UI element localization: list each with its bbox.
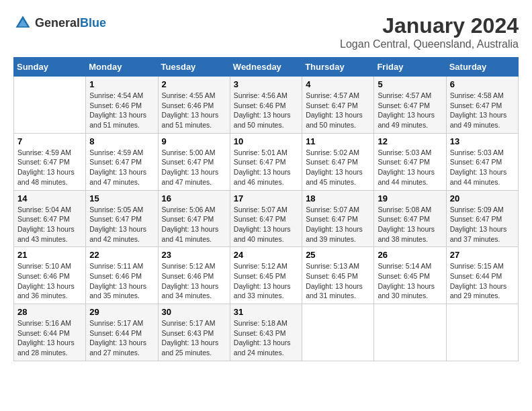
calendar-cell: 16Sunrise: 5:06 AM Sunset: 6:47 PM Dayli… <box>158 190 230 247</box>
calendar-cell <box>14 77 86 134</box>
cell-info: Sunrise: 5:09 AM Sunset: 6:47 PM Dayligh… <box>450 205 515 244</box>
header-cell-friday: Friday <box>374 58 446 77</box>
cell-info: Sunrise: 5:00 AM Sunset: 6:47 PM Dayligh… <box>162 148 226 187</box>
day-number: 29 <box>89 307 154 317</box>
day-number: 6 <box>450 79 515 89</box>
logo-icon <box>13 13 32 32</box>
calendar-cell: 22Sunrise: 5:11 AM Sunset: 6:46 PM Dayli… <box>86 247 158 304</box>
day-number: 30 <box>162 307 226 317</box>
calendar-cell: 27Sunrise: 5:15 AM Sunset: 6:44 PM Dayli… <box>446 247 518 304</box>
cell-info: Sunrise: 4:59 AM Sunset: 6:47 PM Dayligh… <box>17 148 82 187</box>
day-number: 22 <box>89 250 154 260</box>
cell-info: Sunrise: 5:15 AM Sunset: 6:44 PM Dayligh… <box>450 261 515 301</box>
day-number: 7 <box>17 136 82 146</box>
cell-info: Sunrise: 5:11 AM Sunset: 6:46 PM Dayligh… <box>89 261 154 301</box>
calendar-cell: 25Sunrise: 5:13 AM Sunset: 6:45 PM Dayli… <box>302 247 374 304</box>
day-number: 18 <box>306 193 370 203</box>
cell-info: Sunrise: 5:14 AM Sunset: 6:45 PM Dayligh… <box>378 261 442 301</box>
month-title: January 2024 <box>340 13 519 38</box>
cell-info: Sunrise: 5:05 AM Sunset: 6:47 PM Dayligh… <box>89 205 154 244</box>
day-number: 21 <box>17 250 82 260</box>
calendar-week-row: 7Sunrise: 4:59 AM Sunset: 6:47 PM Daylig… <box>14 133 519 190</box>
calendar-cell <box>374 304 446 361</box>
logo: GeneralBlue <box>13 13 106 32</box>
title-area: January 2024 Logan Central, Queensland, … <box>340 13 519 50</box>
calendar-cell: 7Sunrise: 4:59 AM Sunset: 6:47 PM Daylig… <box>14 133 86 190</box>
cell-info: Sunrise: 5:17 AM Sunset: 6:44 PM Dayligh… <box>89 318 154 358</box>
calendar-cell: 1Sunrise: 4:54 AM Sunset: 6:46 PM Daylig… <box>86 77 158 134</box>
day-number: 27 <box>450 250 515 260</box>
day-number: 15 <box>89 193 154 203</box>
day-number: 9 <box>162 136 226 146</box>
calendar-cell: 5Sunrise: 4:57 AM Sunset: 6:47 PM Daylig… <box>374 77 446 134</box>
calendar-cell: 11Sunrise: 5:02 AM Sunset: 6:47 PM Dayli… <box>302 133 374 190</box>
calendar-cell: 23Sunrise: 5:12 AM Sunset: 6:46 PM Dayli… <box>158 247 230 304</box>
cell-info: Sunrise: 4:57 AM Sunset: 6:47 PM Dayligh… <box>378 91 442 130</box>
day-number: 17 <box>234 193 298 203</box>
calendar-cell: 31Sunrise: 5:18 AM Sunset: 6:43 PM Dayli… <box>230 304 302 361</box>
day-number: 13 <box>450 136 515 146</box>
calendar-cell: 18Sunrise: 5:07 AM Sunset: 6:47 PM Dayli… <box>302 190 374 247</box>
calendar-cell: 17Sunrise: 5:07 AM Sunset: 6:47 PM Dayli… <box>230 190 302 247</box>
calendar-cell: 13Sunrise: 5:03 AM Sunset: 6:47 PM Dayli… <box>446 133 518 190</box>
calendar-cell: 14Sunrise: 5:04 AM Sunset: 6:47 PM Dayli… <box>14 190 86 247</box>
calendar-cell: 20Sunrise: 5:09 AM Sunset: 6:47 PM Dayli… <box>446 190 518 247</box>
day-number: 8 <box>89 136 154 146</box>
cell-info: Sunrise: 5:13 AM Sunset: 6:45 PM Dayligh… <box>306 261 370 301</box>
day-number: 4 <box>306 79 370 89</box>
day-number: 11 <box>306 136 370 146</box>
cell-info: Sunrise: 5:12 AM Sunset: 6:46 PM Dayligh… <box>162 261 226 301</box>
logo-general-text: General <box>35 16 80 30</box>
day-number: 25 <box>306 250 370 260</box>
calendar-week-row: 14Sunrise: 5:04 AM Sunset: 6:47 PM Dayli… <box>14 190 519 247</box>
calendar-cell <box>446 304 518 361</box>
calendar-cell: 21Sunrise: 5:10 AM Sunset: 6:46 PM Dayli… <box>14 247 86 304</box>
cell-info: Sunrise: 4:58 AM Sunset: 6:47 PM Dayligh… <box>450 91 515 130</box>
calendar-cell: 9Sunrise: 5:00 AM Sunset: 6:47 PM Daylig… <box>158 133 230 190</box>
day-number: 26 <box>378 250 442 260</box>
calendar-header-row: SundayMondayTuesdayWednesdayThursdayFrid… <box>14 58 519 77</box>
day-number: 3 <box>234 79 298 89</box>
calendar-cell: 10Sunrise: 5:01 AM Sunset: 6:47 PM Dayli… <box>230 133 302 190</box>
day-number: 16 <box>162 193 226 203</box>
calendar-cell: 28Sunrise: 5:16 AM Sunset: 6:44 PM Dayli… <box>14 304 86 361</box>
calendar-cell: 30Sunrise: 5:17 AM Sunset: 6:43 PM Dayli… <box>158 304 230 361</box>
logo-blue-text: Blue <box>80 16 106 30</box>
header-cell-wednesday: Wednesday <box>230 58 302 77</box>
cell-info: Sunrise: 5:17 AM Sunset: 6:43 PM Dayligh… <box>162 318 226 358</box>
day-number: 28 <box>17 307 82 317</box>
cell-info: Sunrise: 5:12 AM Sunset: 6:45 PM Dayligh… <box>234 261 298 301</box>
day-number: 14 <box>17 193 82 203</box>
day-number: 20 <box>450 193 515 203</box>
calendar-cell: 24Sunrise: 5:12 AM Sunset: 6:45 PM Dayli… <box>230 247 302 304</box>
header-cell-thursday: Thursday <box>302 58 374 77</box>
day-number: 19 <box>378 193 442 203</box>
calendar-week-row: 21Sunrise: 5:10 AM Sunset: 6:46 PM Dayli… <box>14 247 519 304</box>
cell-info: Sunrise: 4:57 AM Sunset: 6:47 PM Dayligh… <box>306 91 370 130</box>
cell-info: Sunrise: 4:59 AM Sunset: 6:47 PM Dayligh… <box>89 148 154 187</box>
day-number: 10 <box>234 136 298 146</box>
calendar-cell: 4Sunrise: 4:57 AM Sunset: 6:47 PM Daylig… <box>302 77 374 134</box>
day-number: 31 <box>234 307 298 317</box>
calendar-body: 1Sunrise: 4:54 AM Sunset: 6:46 PM Daylig… <box>14 77 519 361</box>
calendar-cell: 3Sunrise: 4:56 AM Sunset: 6:46 PM Daylig… <box>230 77 302 134</box>
calendar-week-row: 28Sunrise: 5:16 AM Sunset: 6:44 PM Dayli… <box>14 304 519 361</box>
cell-info: Sunrise: 5:16 AM Sunset: 6:44 PM Dayligh… <box>17 318 82 358</box>
calendar-table: SundayMondayTuesdayWednesdayThursdayFrid… <box>13 57 519 361</box>
calendar-cell: 19Sunrise: 5:08 AM Sunset: 6:47 PM Dayli… <box>374 190 446 247</box>
calendar-cell: 26Sunrise: 5:14 AM Sunset: 6:45 PM Dayli… <box>374 247 446 304</box>
calendar-cell <box>302 304 374 361</box>
cell-info: Sunrise: 4:56 AM Sunset: 6:46 PM Dayligh… <box>234 91 298 130</box>
calendar-cell: 2Sunrise: 4:55 AM Sunset: 6:46 PM Daylig… <box>158 77 230 134</box>
day-number: 12 <box>378 136 442 146</box>
cell-info: Sunrise: 4:55 AM Sunset: 6:46 PM Dayligh… <box>162 91 226 130</box>
header-cell-tuesday: Tuesday <box>158 58 230 77</box>
calendar-cell: 15Sunrise: 5:05 AM Sunset: 6:47 PM Dayli… <box>86 190 158 247</box>
cell-info: Sunrise: 5:07 AM Sunset: 6:47 PM Dayligh… <box>234 205 298 244</box>
cell-info: Sunrise: 5:06 AM Sunset: 6:47 PM Dayligh… <box>162 205 226 244</box>
cell-info: Sunrise: 5:07 AM Sunset: 6:47 PM Dayligh… <box>306 205 370 244</box>
cell-info: Sunrise: 5:04 AM Sunset: 6:47 PM Dayligh… <box>17 205 82 244</box>
day-number: 5 <box>378 79 442 89</box>
day-number: 2 <box>162 79 226 89</box>
calendar-cell: 8Sunrise: 4:59 AM Sunset: 6:47 PM Daylig… <box>86 133 158 190</box>
